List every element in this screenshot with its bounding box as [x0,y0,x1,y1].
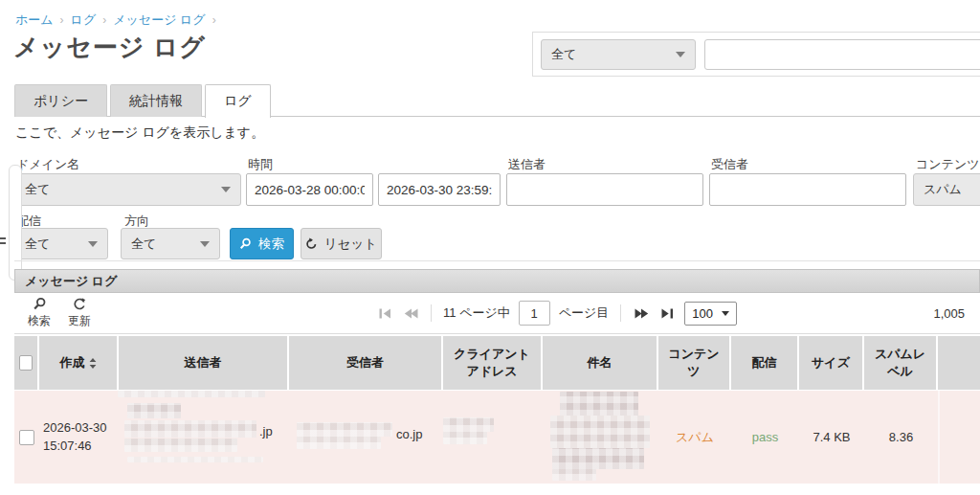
grid-toolbar: 検索 更新 11 ページ中 ページ目 [14,293,980,334]
last-page-icon[interactable] [658,305,676,321]
collapsed-side-panel[interactable] [9,165,22,281]
time-to-input[interactable] [378,173,501,206]
chevron-down-icon [722,311,729,316]
column-header-filler [938,336,980,390]
column-header-spam-level[interactable]: スパムレベル [864,336,938,390]
column-header-created[interactable]: 作成 [39,336,119,390]
created-date: 2026-03-30 [43,419,119,438]
reset-button[interactable]: リセット [301,228,382,259]
table-row[interactable]: 2026-03-30 15:07:46 .jp co.jp [14,391,980,484]
row-select-cell [14,391,39,484]
breadcrumb-separator: › [206,13,223,27]
direction-select[interactable]: 全て [121,228,220,259]
column-label: 作成 [60,354,85,371]
chevron-down-icon [200,241,210,247]
select-all-header [14,336,39,390]
search-button-label: 検索 [258,236,284,253]
sender-domain-suffix: .jp [259,424,273,439]
recipient-cell: co.jp [289,391,443,484]
message-log-panel: メッセージ ログ 検索 更新 [14,269,980,495]
column-header-sender[interactable]: 送信者 [119,336,289,390]
grid-search-button[interactable]: 検索 [20,294,58,332]
chevron-down-icon [88,241,98,247]
column-header-size[interactable]: サイズ [799,336,864,390]
column-header-content[interactable]: コンテンツ [658,336,731,390]
tab-policy[interactable]: ポリシー [14,84,107,117]
time-from-input[interactable] [246,173,373,206]
spam-level-cell: 8.36 [864,391,938,484]
time-label: 時間 [248,156,273,173]
redacted-client-address [443,417,494,432]
grid-search-label: 検索 [28,313,51,329]
first-page-icon[interactable] [376,305,393,321]
search-button[interactable]: 検索 [230,228,294,259]
sender-input[interactable] [506,173,703,206]
content-select[interactable]: スパム [913,173,980,206]
quick-search-scope-select[interactable]: 全て [541,39,696,70]
recipient-input[interactable] [709,173,906,206]
page-suffix-label: ページ目 [559,304,610,322]
toolbar-separator [620,304,621,322]
breadcrumb-separator: › [96,13,113,27]
redacted-subject [550,416,650,448]
sort-icon [89,358,97,369]
breadcrumb-message-log[interactable]: メッセージ ログ [113,11,205,29]
breadcrumb-separator: › [54,13,71,27]
column-header-recipient[interactable]: 受信者 [289,336,443,390]
page-title: メッセージ ログ [13,31,206,64]
column-header-subject[interactable]: 件名 [543,336,658,390]
table-header-row: 作成 送信者 受信者 クライアントアドレス 件名 コンテンツ 配信 サイズ スパ… [14,336,980,390]
quick-search-input[interactable] [704,39,980,70]
next-page-icon[interactable] [633,305,650,321]
redacted-subject [552,469,596,481]
redacted-subject [552,448,644,469]
search-icon [33,297,47,311]
select-all-checkbox[interactable] [19,355,33,371]
message-log-page: ホーム › ログ › メッセージ ログ › メッセージ ログ 全て ポリシー 統… [0,0,980,495]
chevron-down-icon [676,52,685,57]
pages-total-label: 11 ページ中 [443,304,510,322]
toolbar-separator [431,304,432,322]
row-checkbox[interactable] [19,430,34,445]
page-size-value: 100 [692,306,713,321]
quick-search-scope-value: 全て [551,46,576,63]
delivery-select[interactable]: 全て [14,228,108,259]
content-select-value: スパム [924,181,962,198]
panel-title: メッセージ ログ [14,269,980,293]
delivery-cell: pass [731,391,799,484]
previous-page-icon[interactable] [402,305,419,321]
column-header-delivery[interactable]: 配信 [731,336,799,390]
delivery-select-value: 全て [25,236,50,253]
grid-refresh-button[interactable]: 更新 [60,294,99,332]
created-time: 15:07:46 [43,438,119,456]
domain-select-value: 全て [25,181,50,198]
column-header-client-address[interactable]: クライアントアドレス [443,336,543,390]
panel-collapse-handle-icon[interactable] [0,235,8,250]
breadcrumb-log[interactable]: ログ [71,11,97,29]
pagination: 11 ページ中 ページ目 100 [376,293,737,333]
content-cell: スパム [658,391,731,484]
tab-log[interactable]: ログ [205,84,271,118]
reset-button-label: リセット [324,236,377,253]
redacted-client-address [443,432,487,444]
refresh-icon [73,297,87,311]
sender-cell: .jp [119,391,289,484]
page-description: ここで、メッセージ ログを表示します。 [15,124,264,142]
current-page-input[interactable] [519,301,550,326]
page-size-select[interactable]: 100 [684,302,737,326]
redacted-sender [124,420,256,438]
redacted-recipient [297,437,381,449]
redacted-sender [124,439,237,452]
client-address-cell [443,391,543,484]
breadcrumb-home[interactable]: ホーム [15,11,54,29]
chevron-down-icon [221,187,231,192]
tab-bar: ポリシー 統計情報 ログ [14,84,271,117]
created-cell: 2026-03-30 15:07:46 [39,391,119,484]
direction-select-value: 全て [131,236,156,253]
reset-icon [305,237,318,250]
domain-select[interactable]: 全て [14,173,241,206]
recipient-domain-suffix: co.jp [396,427,422,441]
domain-label: ドメイン名 [16,156,79,173]
tab-statistics[interactable]: 統計情報 [110,84,202,117]
redacted-subject [560,392,638,416]
